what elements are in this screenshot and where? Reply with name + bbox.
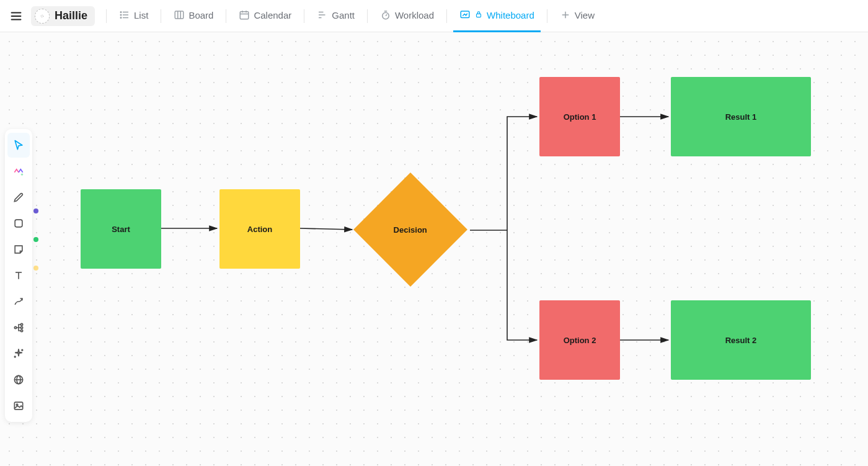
tab-board[interactable]: Board — [167, 0, 219, 32]
svg-point-7 — [120, 12, 122, 13]
app-header: Haillie List Board Calendar Gantt Worklo… — [0, 0, 868, 32]
svg-point-8 — [120, 14, 122, 16]
tab-gantt[interactable]: Gantt — [311, 0, 361, 32]
tool-web[interactable] — [7, 367, 30, 392]
svg-point-32 — [20, 323, 22, 325]
tab-label: Board — [188, 10, 213, 20]
lock-icon — [474, 10, 483, 20]
divider — [547, 9, 547, 23]
node-result1[interactable]: Result 1 — [671, 77, 811, 156]
gantt-icon — [317, 9, 328, 20]
node-label: Result 2 — [725, 336, 757, 345]
image-icon — [12, 400, 25, 412]
svg-point-31 — [14, 326, 16, 328]
workspace-name: Haillie — [55, 9, 87, 22]
tool-shape[interactable] — [7, 211, 30, 236]
edge-branch-option1 — [507, 117, 537, 230]
sparkle-icon — [12, 347, 25, 360]
pen-icon — [12, 191, 25, 204]
svg-point-36 — [14, 356, 16, 357]
svg-rect-10 — [175, 11, 184, 19]
color-swatch-purple — [33, 208, 38, 213]
tool-image[interactable] — [7, 393, 30, 418]
divider — [446, 9, 447, 23]
svg-line-21 — [386, 14, 387, 16]
tab-whiteboard[interactable]: Whiteboard — [453, 0, 541, 32]
svg-point-35 — [22, 349, 23, 351]
workload-icon — [380, 9, 391, 20]
svg-rect-28 — [15, 220, 22, 227]
node-option1[interactable]: Option 1 — [539, 77, 620, 156]
svg-point-34 — [20, 329, 22, 331]
divider — [304, 9, 304, 23]
board-icon — [174, 9, 185, 20]
tool-connector[interactable] — [7, 289, 30, 314]
tab-label: List — [134, 10, 148, 20]
node-label: Start — [112, 225, 130, 234]
node-action[interactable]: Action — [219, 189, 300, 269]
shape-icon — [12, 217, 25, 230]
node-label: Decision — [394, 225, 427, 235]
text-icon — [12, 269, 25, 282]
node-decision[interactable]: Decision — [353, 173, 467, 287]
whiteboard-toolbar: + — [5, 129, 32, 422]
tab-calendar[interactable]: Calendar — [232, 0, 298, 32]
node-result2[interactable]: Result 2 — [671, 300, 811, 380]
tab-label: Gantt — [332, 10, 355, 20]
tool-select[interactable] — [7, 133, 30, 158]
plus-icon — [560, 9, 571, 20]
svg-point-3 — [41, 15, 43, 17]
color-swatch-green — [33, 237, 38, 242]
tab-label: View — [575, 10, 595, 20]
node-label: Action — [247, 225, 272, 234]
connector-icon — [12, 295, 25, 308]
tool-ai[interactable]: + — [7, 159, 30, 184]
divider — [161, 9, 161, 23]
edge-branch-option2 — [507, 230, 537, 340]
workspace-selector[interactable]: Haillie — [31, 6, 95, 26]
tool-pen[interactable] — [7, 185, 30, 210]
add-view-button[interactable]: View — [554, 0, 601, 32]
color-swatch-yellow — [33, 266, 38, 271]
tool-sticky[interactable] — [7, 237, 30, 262]
divider — [367, 9, 368, 23]
tool-sparkle[interactable] — [7, 341, 30, 366]
whiteboard-icon — [459, 9, 471, 20]
node-option2[interactable]: Option 2 — [539, 300, 620, 380]
mindmap-icon — [12, 321, 25, 334]
cursor-icon — [12, 139, 25, 151]
divider — [106, 9, 107, 23]
list-icon — [119, 9, 130, 20]
node-label: Result 1 — [725, 112, 757, 122]
tab-list[interactable]: List — [113, 0, 154, 32]
tool-text[interactable] — [7, 263, 30, 288]
ai-icon: + — [12, 165, 25, 177]
whiteboard-canvas[interactable]: + — [0, 32, 868, 466]
hamburger-icon — [9, 9, 23, 23]
edge-action-decision — [300, 228, 352, 230]
svg-rect-24 — [477, 14, 481, 17]
tab-label: Calendar — [254, 10, 291, 20]
tab-label: Workload — [395, 10, 434, 20]
node-label: Option 2 — [564, 336, 596, 345]
globe-icon — [12, 374, 25, 386]
tab-label: Whiteboard — [487, 10, 534, 20]
svg-point-9 — [120, 17, 122, 19]
divider — [226, 9, 226, 23]
workspace-avatar-icon — [35, 9, 50, 24]
node-label: Option 1 — [564, 112, 596, 122]
svg-point-33 — [20, 326, 22, 328]
svg-rect-13 — [241, 12, 249, 19]
tab-workload[interactable]: Workload — [374, 0, 440, 32]
sticky-note-icon — [12, 243, 25, 256]
node-start[interactable]: Start — [81, 189, 161, 269]
tool-mindmap[interactable] — [7, 315, 30, 340]
calendar-icon — [239, 9, 250, 20]
main-menu-button[interactable] — [7, 7, 25, 25]
svg-text:+: + — [20, 172, 24, 177]
